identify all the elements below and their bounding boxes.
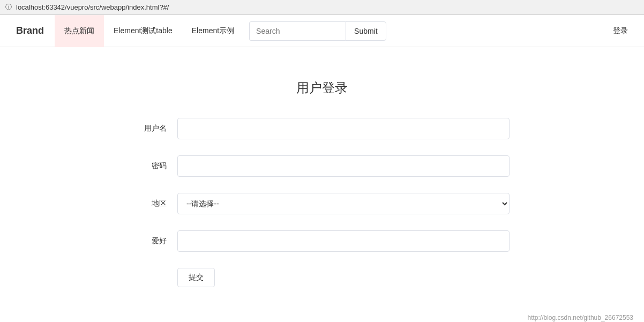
region-select[interactable]: --请选择-- <box>177 193 510 214</box>
form-submit-button[interactable]: 提交 <box>177 268 215 287</box>
footer-text: http://blog.csdn.net/github_26672553 <box>528 314 634 321</box>
form-title: 用户登录 <box>134 79 510 96</box>
form-label-hobby: 爱好 <box>134 236 177 246</box>
search-submit-label: Submit <box>354 27 378 35</box>
navbar: Brand 热点新闻 Element测试table Element示例 Subm… <box>0 15 644 47</box>
footer: http://blog.csdn.net/github_26672553 <box>0 309 644 322</box>
navbar-login[interactable]: 登录 <box>602 26 639 36</box>
browser-url: localhost:63342/vuepro/src/webapp/index.… <box>16 3 169 11</box>
navbar-item-element-example[interactable]: Element示例 <box>182 15 244 47</box>
navbar-brand[interactable]: Brand <box>5 25 55 36</box>
form-row-region: 地区 --请选择-- <box>134 193 510 214</box>
navbar-item-element-table-label: Element测试table <box>114 26 173 36</box>
form-label-password: 密码 <box>134 161 177 171</box>
search-input[interactable] <box>249 21 346 41</box>
form-row-username: 用户名 <box>134 118 510 139</box>
navbar-item-element-example-label: Element示例 <box>192 26 234 36</box>
form-submit-row: 提交 <box>134 268 510 287</box>
form-row-hobby: 爱好 <box>134 230 510 252</box>
search-submit-button[interactable]: Submit <box>346 21 386 41</box>
navbar-item-hot-news[interactable]: 热点新闻 <box>55 15 104 47</box>
navbar-item-hot-news-label: 热点新闻 <box>64 26 94 36</box>
hobby-input[interactable] <box>177 230 510 252</box>
navbar-item-element-table[interactable]: Element测试table <box>104 15 182 47</box>
main-content: 用户登录 用户名 密码 地区 --请选择-- 爱好 提交 <box>0 47 644 309</box>
form-row-password: 密码 <box>134 155 510 177</box>
form-label-username: 用户名 <box>134 124 177 133</box>
username-input[interactable] <box>177 118 510 139</box>
form-container: 用户登录 用户名 密码 地区 --请选择-- 爱好 提交 <box>134 69 510 287</box>
password-input[interactable] <box>177 155 510 177</box>
browser-icon: ⓘ <box>5 3 12 12</box>
form-label-region: 地区 <box>134 199 177 208</box>
navbar-search: Submit <box>249 21 386 41</box>
browser-bar: ⓘ localhost:63342/vuepro/src/webapp/inde… <box>0 0 644 15</box>
